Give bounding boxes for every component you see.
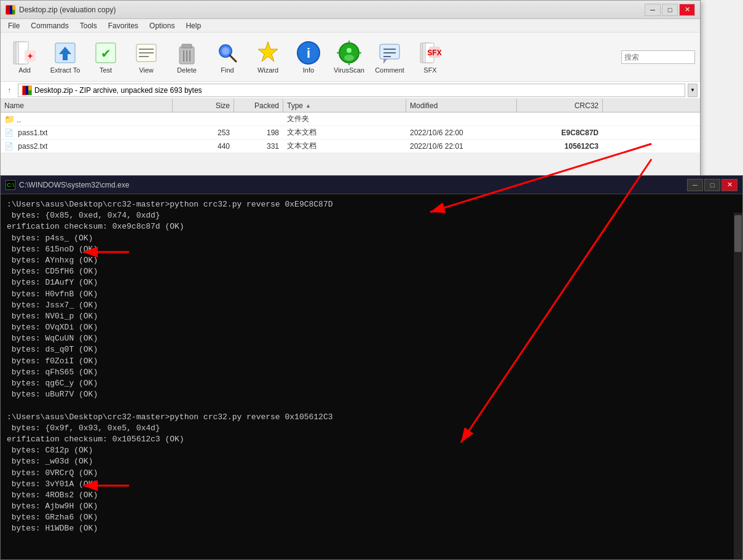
col-modified-header[interactable]: Modified bbox=[406, 99, 517, 112]
menu-commands[interactable]: Commands bbox=[26, 20, 73, 31]
file-type-pass2: 文本文档 bbox=[283, 140, 406, 152]
sort-arrow: ▲ bbox=[305, 103, 311, 109]
col-packed-header[interactable]: Packed bbox=[234, 99, 283, 112]
toolbar-view-button[interactable]: View bbox=[127, 36, 165, 79]
search-area bbox=[621, 50, 695, 64]
cmd-minimize-button[interactable]: ─ bbox=[687, 179, 703, 191]
extract-icon bbox=[53, 41, 77, 65]
wizard-icon bbox=[256, 41, 280, 65]
file-list-header: Name Size Packed Type ▲ Modified CRC32 bbox=[1, 99, 700, 112]
toolbar-wizard-button[interactable]: Wizard bbox=[249, 36, 287, 79]
svg-rect-45 bbox=[23, 86, 26, 95]
svg-rect-3 bbox=[12, 10, 15, 14]
toolbar-delete-button[interactable]: Delete bbox=[168, 36, 206, 79]
cmd-title-bar: C:\ C:\WINDOWS\system32\cmd.exe ─ □ ✕ bbox=[1, 176, 742, 194]
svg-rect-0 bbox=[6, 6, 10, 14]
menu-options[interactable]: Options bbox=[144, 20, 179, 31]
view-label: View bbox=[139, 66, 154, 74]
col-name-header[interactable]: Name bbox=[1, 99, 173, 112]
menu-help[interactable]: Help bbox=[181, 20, 206, 31]
svg-rect-47 bbox=[28, 86, 31, 90]
menu-file[interactable]: File bbox=[3, 20, 25, 31]
col-size-header[interactable]: Size bbox=[173, 99, 234, 112]
extract-label: Extract To bbox=[50, 66, 81, 74]
menu-favorites[interactable]: Favorites bbox=[103, 20, 143, 31]
file-size-parent bbox=[173, 118, 234, 120]
toolbar-virusscan-button[interactable]: VirusScan bbox=[330, 36, 368, 79]
cmd-title-text: C:\WINDOWS\system32\cmd.exe bbox=[19, 181, 129, 189]
menu-tools[interactable]: Tools bbox=[75, 20, 102, 31]
window-controls: ─ □ ✕ bbox=[645, 4, 695, 16]
svg-rect-18 bbox=[182, 44, 192, 48]
winrar-window: Desktop.zip (evaluation copy) ─ □ ✕ File… bbox=[0, 0, 701, 178]
svg-text:i: i bbox=[307, 45, 310, 61]
toolbar-add-button[interactable]: + Add bbox=[6, 36, 44, 79]
address-dropdown[interactable]: ▼ bbox=[688, 84, 698, 97]
navigate-up-button[interactable]: ↑ bbox=[3, 84, 15, 97]
delete-label: Delete bbox=[177, 66, 197, 74]
svg-rect-2 bbox=[12, 6, 15, 10]
toolbar-test-button[interactable]: ✔ Test bbox=[87, 36, 125, 79]
svg-point-30 bbox=[344, 55, 354, 61]
add-icon: + bbox=[12, 41, 37, 65]
file-type-parent: 文件夹 bbox=[283, 112, 406, 125]
col-crc-header[interactable]: CRC32 bbox=[517, 99, 603, 112]
file-size-pass1: 253 bbox=[173, 127, 234, 138]
menu-bar: File Commands Tools Favorites Options He… bbox=[1, 19, 700, 33]
svg-line-24 bbox=[230, 55, 236, 61]
txt-file-icon-2: 📄 bbox=[4, 142, 14, 151]
comment-label: Comment bbox=[375, 66, 404, 74]
winrar-app-icon bbox=[6, 5, 15, 15]
winrar-title: Desktop.zip (evaluation copy) bbox=[19, 6, 116, 14]
folder-icon: 📁 bbox=[4, 114, 15, 124]
file-crc-parent bbox=[517, 118, 603, 120]
cmd-close-button[interactable]: ✕ bbox=[721, 179, 737, 191]
file-packed-pass1: 198 bbox=[234, 127, 283, 138]
address-input[interactable]: Desktop.zip - ZIP archive, unpacked size… bbox=[18, 84, 685, 97]
wizard-label: Wizard bbox=[257, 66, 278, 74]
file-name-parent: 📁 .. bbox=[1, 113, 173, 125]
file-row-pass1[interactable]: 📄 pass1.txt 253 198 文本文档 2022/10/6 22:00… bbox=[1, 126, 700, 140]
minimize-button[interactable]: ─ bbox=[645, 4, 661, 16]
virusscan-icon bbox=[337, 41, 361, 65]
toolbar-sfx-button[interactable]: SFX SFX bbox=[411, 36, 449, 79]
txt-file-icon: 📄 bbox=[4, 128, 14, 137]
file-name-pass2: 📄 pass2.txt bbox=[1, 141, 173, 152]
toolbar-info-button[interactable]: i Info bbox=[289, 36, 328, 79]
svg-text:+: + bbox=[28, 51, 33, 61]
virusscan-label: VirusScan bbox=[334, 66, 364, 74]
find-icon bbox=[215, 41, 240, 65]
file-row-parent[interactable]: 📁 .. 文件夹 bbox=[1, 112, 700, 126]
toolbar-extract-button[interactable]: Extract To bbox=[46, 36, 84, 79]
toolbar-comment-button[interactable]: Comment bbox=[371, 36, 409, 79]
svg-point-23 bbox=[222, 47, 229, 55]
info-icon: i bbox=[296, 41, 321, 65]
file-modified-pass2: 2022/10/6 22:01 bbox=[406, 141, 517, 152]
svg-text:SFX: SFX bbox=[427, 49, 441, 57]
file-name-pass1: 📄 pass1.txt bbox=[1, 127, 173, 138]
title-bar-left: Desktop.zip (evaluation copy) bbox=[6, 5, 116, 15]
svg-marker-36 bbox=[383, 59, 387, 64]
zip-icon bbox=[22, 85, 32, 95]
cmd-controls: ─ □ ✕ bbox=[687, 179, 737, 191]
maximize-button[interactable]: □ bbox=[662, 4, 678, 16]
svg-text:✔: ✔ bbox=[101, 47, 111, 60]
close-button[interactable]: ✕ bbox=[679, 4, 695, 16]
cmd-maximize-button[interactable]: □ bbox=[704, 179, 720, 191]
toolbar-find-button[interactable]: Find bbox=[208, 36, 246, 79]
file-row-pass2[interactable]: 📄 pass2.txt 440 331 文本文档 2022/10/6 22:01… bbox=[1, 140, 700, 153]
toolbar: + Add Extract To ✔ Test bbox=[1, 33, 700, 82]
col-type-header[interactable]: Type ▲ bbox=[283, 99, 406, 112]
file-type-pass1: 文本文档 bbox=[283, 126, 406, 139]
test-icon: ✔ bbox=[93, 41, 118, 65]
scroll-thumb bbox=[734, 215, 742, 252]
file-list: Name Size Packed Type ▲ Modified CRC32 📁 bbox=[1, 99, 700, 153]
file-packed-pass2: 331 bbox=[234, 141, 283, 152]
search-input[interactable] bbox=[621, 50, 695, 64]
address-text: Desktop.zip - ZIP archive, unpacked size… bbox=[34, 86, 202, 95]
scrollbar[interactable] bbox=[734, 213, 742, 559]
info-label: Info bbox=[303, 66, 314, 74]
sfx-label: SFX bbox=[423, 66, 436, 74]
svg-point-29 bbox=[347, 48, 352, 53]
cmd-body[interactable]: :\Users\asus\Desktop\crc32-master>python… bbox=[1, 194, 339, 541]
